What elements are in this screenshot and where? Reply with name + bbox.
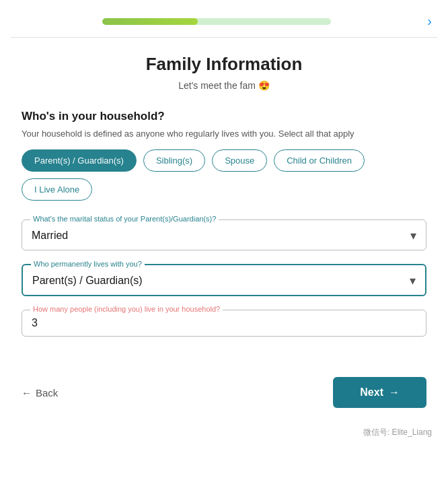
- watermark: 微信号: Elite_Liang: [0, 421, 448, 449]
- section-description: Your household is defined as anyone who …: [22, 129, 426, 139]
- btn-siblings[interactable]: Sibling(s): [143, 149, 205, 172]
- page-subtitle: Let's meet the fam 😍: [22, 80, 426, 91]
- btn-parents[interactable]: Parent(s) / Guardian(s): [22, 149, 137, 172]
- household-buttons: Parent(s) / Guardian(s) Sibling(s) Spous…: [22, 149, 426, 201]
- household-count-field[interactable]: How many people (including you) live in …: [22, 310, 426, 337]
- page-title: Family Information: [22, 54, 426, 75]
- next-label: Next: [360, 386, 383, 399]
- marital-status-label: What's the marital status of your Parent…: [30, 215, 219, 223]
- footer: ← Back Next →: [0, 366, 448, 421]
- btn-children[interactable]: Child or Children: [274, 149, 365, 172]
- marital-status-value: Married ▾: [32, 226, 416, 243]
- back-arrow-icon: ←: [22, 387, 32, 399]
- permanent-resident-value: Parent(s) / Guardian(s) ▾: [32, 271, 416, 288]
- chevron-right-icon[interactable]: ›: [427, 13, 432, 29]
- next-button[interactable]: Next →: [333, 377, 426, 408]
- back-button[interactable]: ← Back: [22, 387, 58, 399]
- btn-alone[interactable]: I Live Alone: [22, 178, 92, 201]
- permanent-resident-field[interactable]: Who permanently lives with you? Parent(s…: [22, 264, 426, 296]
- btn-spouse[interactable]: Spouse: [212, 149, 267, 172]
- back-label: Back: [36, 387, 58, 399]
- household-count-value: 3: [32, 317, 416, 329]
- progress-bar: [102, 18, 331, 25]
- permanent-resident-dropdown-arrow: ▾: [410, 273, 416, 288]
- household-count-label: How many people (including you) live in …: [30, 305, 223, 313]
- marital-status-dropdown-arrow: ▾: [410, 228, 416, 243]
- section-question: Who's in your household?: [22, 110, 426, 123]
- marital-status-field[interactable]: What's the marital status of your Parent…: [22, 219, 426, 250]
- next-arrow-icon: →: [389, 386, 400, 399]
- main-content: Family Information Let's meet the fam 😍 …: [0, 38, 448, 366]
- progress-bar-fill: [102, 18, 198, 25]
- header: ›: [0, 0, 448, 37]
- permanent-resident-label: Who permanently lives with you?: [31, 260, 145, 268]
